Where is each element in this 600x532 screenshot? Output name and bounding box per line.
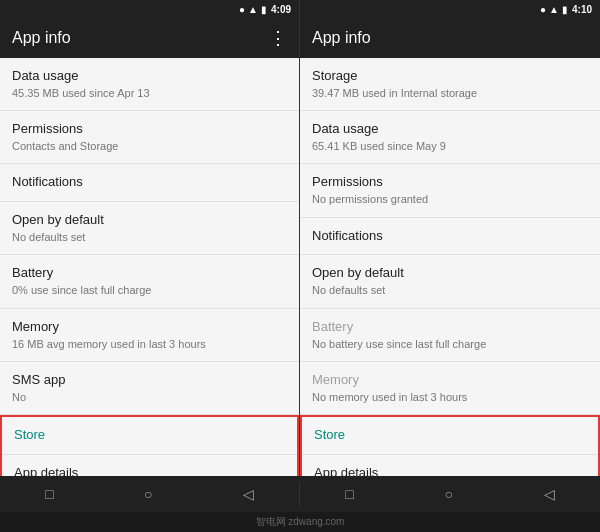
app-bar-title-right: App info: [312, 29, 371, 47]
item-sublabel: No: [12, 390, 287, 404]
wifi-icon: ▲: [248, 4, 258, 15]
nav-bar-right: □ ○ ◁: [300, 482, 600, 506]
app-details-label-right: App details: [314, 465, 586, 476]
app-details-label-left: App details: [14, 465, 285, 476]
nav-bar-left: □ ○ ◁: [0, 482, 300, 506]
settings-content-right: Storage 39.47 MB used in Internal storag…: [300, 58, 600, 476]
list-item[interactable]: Battery No battery use since last full c…: [300, 309, 600, 362]
store-item-left[interactable]: Store: [2, 417, 297, 455]
item-sublabel: Contacts and Storage: [12, 139, 287, 153]
home-button-left[interactable]: ○: [136, 482, 160, 506]
highlighted-section-right: Store App details App installed from Pac…: [300, 415, 600, 476]
item-sublabel: 0% use since last full charge: [12, 283, 287, 297]
home-button-right[interactable]: ○: [437, 482, 461, 506]
back-button-right[interactable]: ◁: [536, 482, 563, 506]
settings-content-left: Data usage 45.35 MB used since Apr 13 Pe…: [0, 58, 299, 476]
item-label: Open by default: [312, 265, 588, 282]
store-label-right: Store: [314, 427, 586, 444]
signal-icon-right: ●: [540, 4, 546, 15]
time-left: 4:09: [271, 4, 291, 15]
recent-button-right[interactable]: □: [337, 482, 361, 506]
list-item[interactable]: Permissions No permissions granted: [300, 164, 600, 217]
list-item[interactable]: Battery 0% use since last full charge: [0, 255, 299, 308]
store-label-left: Store: [14, 427, 285, 444]
recent-button-left[interactable]: □: [37, 482, 61, 506]
watermark-bar: 智电网 zdwang.com: [0, 512, 600, 532]
status-bar-left: ● ▲ ▮ 4:09: [0, 0, 299, 18]
item-sublabel: No defaults set: [312, 283, 588, 297]
item-sublabel: No defaults set: [12, 230, 287, 244]
app-bar-left: App info ⋮: [0, 18, 299, 58]
item-label: Memory: [312, 372, 588, 389]
item-label: Open by default: [12, 212, 287, 229]
item-label: Storage: [312, 68, 588, 85]
battery-icon: ▮: [261, 4, 267, 15]
list-item[interactable]: Memory 16 MB avg memory used in last 3 h…: [0, 309, 299, 362]
item-label: Battery: [12, 265, 287, 282]
time-right: 4:10: [572, 4, 592, 15]
app-details-item-left[interactable]: App details App installed from Google Pl…: [2, 455, 297, 476]
screen-right: ● ▲ ▮ 4:10 App info Storage 39.47 MB use…: [300, 0, 600, 476]
item-label: Permissions: [12, 121, 287, 138]
item-label: Data usage: [12, 68, 287, 85]
wifi-icon-right: ▲: [549, 4, 559, 15]
status-icons-right: ● ▲ ▮: [540, 4, 568, 15]
screen-left: ● ▲ ▮ 4:09 App info ⋮ Data usage 45.35 M…: [0, 0, 300, 476]
list-item[interactable]: Data usage 65.41 KB used since May 9: [300, 111, 600, 164]
item-sublabel: 45.35 MB used since Apr 13: [12, 86, 287, 100]
item-label: Notifications: [12, 174, 287, 191]
store-item-right[interactable]: Store: [302, 417, 598, 455]
signal-icon: ●: [239, 4, 245, 15]
list-item[interactable]: Permissions Contacts and Storage: [0, 111, 299, 164]
list-item[interactable]: SMS app No: [0, 362, 299, 415]
nav-bar: □ ○ ◁ □ ○ ◁: [0, 476, 600, 512]
item-sublabel: 65.41 KB used since May 9: [312, 139, 588, 153]
list-item[interactable]: Storage 39.47 MB used in Internal storag…: [300, 58, 600, 111]
item-label: Notifications: [312, 228, 588, 245]
item-label: Battery: [312, 319, 588, 336]
app-details-item-right[interactable]: App details App installed from Package i…: [302, 455, 598, 476]
item-label: Permissions: [312, 174, 588, 191]
list-item[interactable]: Memory No memory used in last 3 hours: [300, 362, 600, 415]
item-sublabel: No memory used in last 3 hours: [312, 390, 588, 404]
item-sublabel: No permissions granted: [312, 192, 588, 206]
item-sublabel: 39.47 MB used in Internal storage: [312, 86, 588, 100]
list-item[interactable]: Data usage 45.35 MB used since Apr 13: [0, 58, 299, 111]
list-item[interactable]: Open by default No defaults set: [300, 255, 600, 308]
watermark-text: 智电网 zdwang.com: [256, 515, 345, 529]
list-item[interactable]: Notifications: [300, 218, 600, 256]
item-label: Data usage: [312, 121, 588, 138]
back-button-left[interactable]: ◁: [235, 482, 262, 506]
item-sublabel: 16 MB avg memory used in last 3 hours: [12, 337, 287, 351]
item-label: Memory: [12, 319, 287, 336]
list-item[interactable]: Notifications: [0, 164, 299, 202]
battery-icon-right: ▮: [562, 4, 568, 15]
list-item[interactable]: Open by default No defaults set: [0, 202, 299, 255]
status-icons-left: ● ▲ ▮: [239, 4, 267, 15]
app-bar-title-left: App info: [12, 29, 71, 47]
menu-button-left[interactable]: ⋮: [269, 27, 287, 49]
highlighted-section-left: Store App details App installed from Goo…: [0, 415, 299, 476]
item-label: SMS app: [12, 372, 287, 389]
item-sublabel: No battery use since last full charge: [312, 337, 588, 351]
app-bar-right: App info: [300, 18, 600, 58]
status-bar-right: ● ▲ ▮ 4:10: [300, 0, 600, 18]
